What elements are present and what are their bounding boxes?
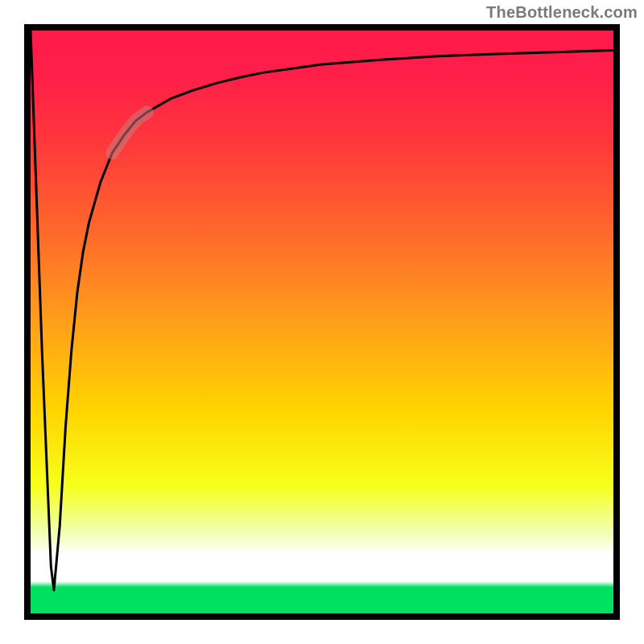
- plot-area: [24, 24, 620, 620]
- chart-frame: TheBottleneck.com: [0, 0, 644, 644]
- curve-layer: [31, 31, 613, 613]
- highlight-segment: [112, 112, 147, 153]
- attribution-label: TheBottleneck.com: [486, 3, 638, 22]
- bottleneck-curve: [31, 31, 613, 590]
